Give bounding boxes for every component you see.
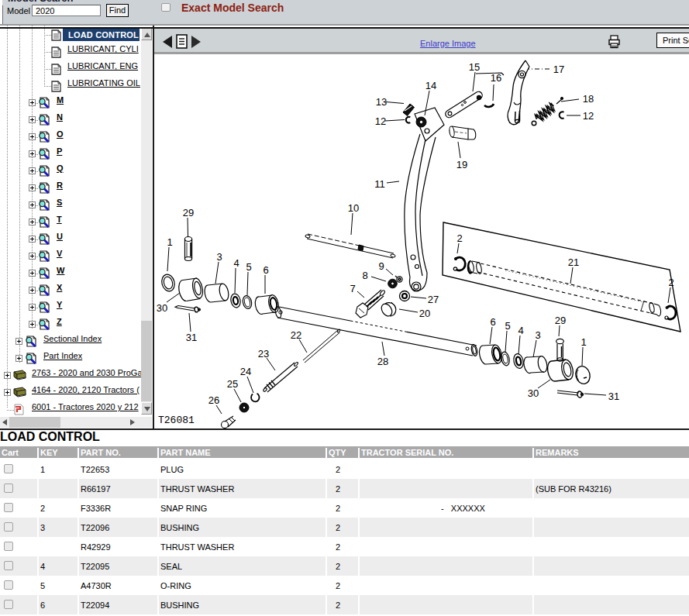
svg-text:8: 8 (362, 270, 367, 281)
svg-text:12: 12 (583, 110, 594, 122)
svg-text:28: 28 (377, 356, 388, 367)
svg-text:27: 27 (428, 294, 439, 305)
svg-text:12: 12 (375, 115, 386, 127)
svg-text:5: 5 (505, 320, 510, 332)
svg-text:16: 16 (491, 72, 501, 84)
svg-text:11: 11 (374, 178, 385, 190)
svg-text:29: 29 (555, 315, 566, 326)
svg-text:19: 19 (456, 159, 467, 170)
svg-text:24: 24 (240, 366, 251, 377)
svg-text:2: 2 (456, 232, 462, 244)
svg-text:9: 9 (378, 260, 384, 272)
svg-text:30: 30 (157, 302, 167, 314)
svg-text:6: 6 (263, 264, 268, 276)
svg-text:22: 22 (291, 329, 301, 341)
svg-text:18: 18 (583, 93, 594, 105)
svg-text:7: 7 (350, 283, 355, 294)
svg-text:3: 3 (535, 329, 540, 341)
svg-text:25: 25 (227, 378, 238, 390)
svg-text:17: 17 (553, 64, 564, 75)
svg-text:1: 1 (580, 336, 586, 348)
svg-text:31: 31 (186, 332, 197, 343)
svg-text:6: 6 (490, 316, 495, 328)
svg-text:1: 1 (167, 236, 172, 248)
svg-text:13: 13 (376, 96, 387, 108)
svg-text:26: 26 (208, 394, 219, 406)
svg-text:10: 10 (348, 202, 359, 214)
svg-text:31: 31 (608, 391, 619, 402)
svg-text:23: 23 (258, 348, 269, 360)
svg-text:21: 21 (568, 256, 579, 268)
svg-text:3: 3 (216, 251, 222, 263)
svg-text:30: 30 (528, 387, 539, 399)
svg-text:5: 5 (246, 261, 251, 273)
svg-text:14: 14 (425, 80, 436, 91)
svg-text:4: 4 (518, 325, 523, 336)
svg-text:4: 4 (233, 257, 239, 269)
svg-text:29: 29 (183, 207, 194, 219)
svg-text:15: 15 (469, 61, 480, 73)
svg-text:20: 20 (419, 308, 430, 319)
